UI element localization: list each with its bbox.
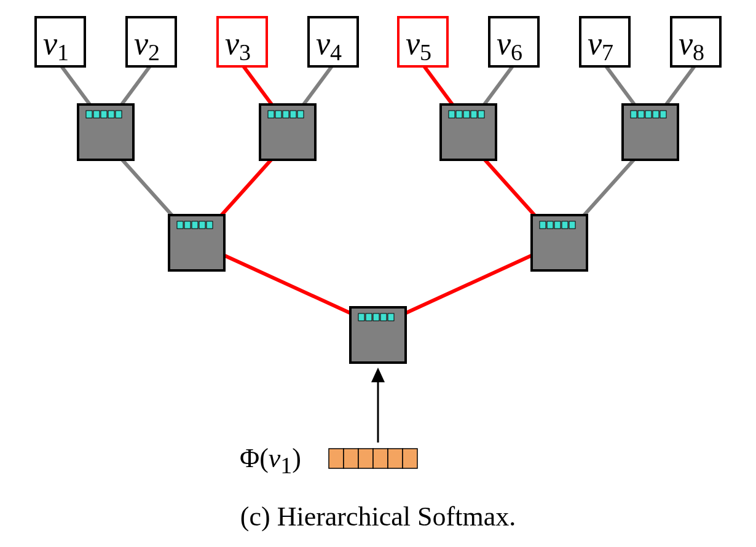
inner-node-l1-a xyxy=(78,104,133,160)
leaf-sub: 7 xyxy=(602,39,613,65)
inner-node-root xyxy=(350,307,406,363)
leaf-sub: 6 xyxy=(511,39,522,65)
leaf-v2: v2 xyxy=(127,17,176,66)
svg-rect-24 xyxy=(344,449,358,468)
inner-node-l2-right xyxy=(532,215,587,270)
phi-suffix: ) xyxy=(292,443,301,473)
inner-node-l1-b xyxy=(260,104,315,160)
figure-caption: (c) Hierarchical Softmax. xyxy=(240,502,516,532)
leaf-sub: 2 xyxy=(148,39,160,65)
phi-prefix: Φ( xyxy=(240,443,269,473)
input-vector xyxy=(329,449,417,468)
leaf-var: v xyxy=(316,26,331,61)
svg-text:Φ(v1): Φ(v1) xyxy=(240,443,301,478)
phi-sub: 1 xyxy=(280,452,292,478)
leaf-var: v xyxy=(497,26,511,61)
leaf-sub: 1 xyxy=(57,39,69,65)
hierarchical-softmax-diagram: v1 v2 v3 v4 v5 v6 v7 v8 xyxy=(0,0,756,547)
leaf-v1: v1 xyxy=(36,17,85,66)
input-vector-label: Φ(v1) xyxy=(240,443,301,478)
inner-node-l1-c xyxy=(441,104,496,160)
svg-rect-27 xyxy=(388,449,403,468)
inner-node-l1-d xyxy=(623,104,678,160)
leaf-sub: 8 xyxy=(693,39,704,65)
input-arrowhead xyxy=(371,368,385,382)
svg-rect-23 xyxy=(329,449,344,468)
leaf-v4: v4 xyxy=(309,17,358,66)
inner-node-l2-left xyxy=(169,215,224,270)
leaf-var: v xyxy=(225,26,240,61)
leaf-v6: v6 xyxy=(489,17,538,66)
leaf-var: v xyxy=(588,26,602,61)
svg-rect-26 xyxy=(373,449,388,468)
leaf-var: v xyxy=(679,26,693,61)
leaf-var: v xyxy=(134,26,149,61)
phi-var: v xyxy=(269,443,281,473)
leaf-sub: 3 xyxy=(239,39,251,65)
leaf-v8: v8 xyxy=(671,17,720,66)
leaf-sub: 4 xyxy=(330,39,342,65)
leaf-var: v xyxy=(406,26,420,61)
svg-rect-28 xyxy=(403,449,417,468)
leaf-v5: v5 xyxy=(398,17,447,66)
leaf-v3: v3 xyxy=(218,17,267,66)
leaf-var: v xyxy=(43,26,58,61)
svg-rect-25 xyxy=(358,449,373,468)
leaf-v7: v7 xyxy=(580,17,629,66)
leaf-sub: 5 xyxy=(420,39,431,65)
